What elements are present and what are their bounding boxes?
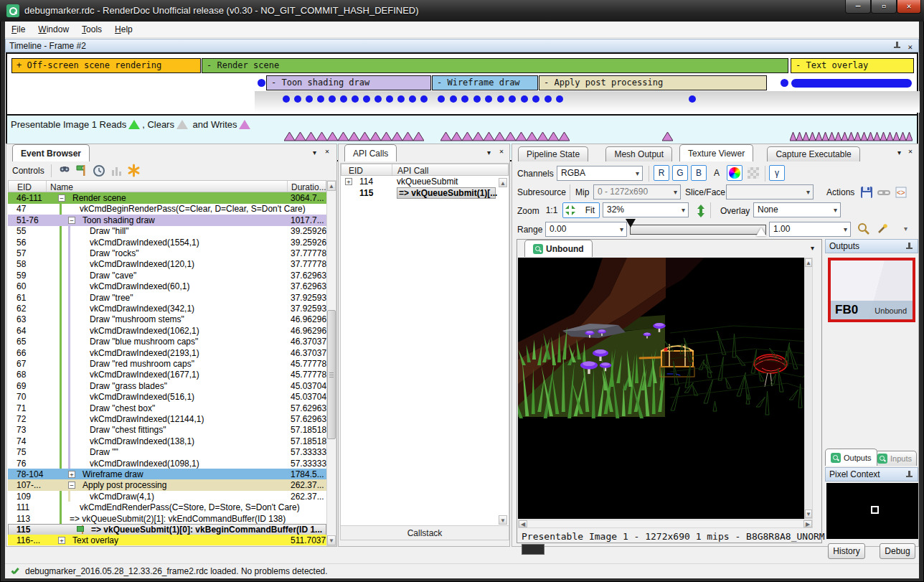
column-api-call[interactable]: API Call (397, 166, 428, 176)
slice-face-combo[interactable] (726, 184, 814, 200)
expand-icon[interactable]: + (345, 178, 352, 185)
flip-y-button[interactable] (693, 202, 709, 218)
event-row-113[interactable]: 113=> vkQueueSubmit(2)[1]: vkEndCommandB… (8, 513, 326, 525)
maximize-button[interactable]: ▫ (871, 0, 897, 14)
event-row-64[interactable]: 64vkCmdDrawIndexed(1062,1)46.96296 (8, 325, 326, 337)
overlay-combo[interactable]: None (753, 202, 841, 217)
zoom-1to1-button[interactable]: 1:1 (542, 202, 561, 218)
event-row-56[interactable]: 56vkCmdDrawIndexed(1554,1)39.25926 (8, 237, 326, 248)
toolbar-overflow-icon[interactable]: ▾ (904, 225, 908, 233)
channel-red-button[interactable]: R (654, 165, 669, 181)
range-black-marker[interactable] (626, 219, 636, 227)
api-call-row-114[interactable]: +114vkQueueSubmit (341, 176, 509, 187)
collapse-icon[interactable]: − (68, 217, 75, 224)
tab-capture-executable[interactable]: Capture Executable (767, 146, 859, 161)
gamma-button[interactable]: γ (769, 165, 785, 181)
scroll-up-icon[interactable]: ▲ (327, 181, 336, 191)
column-name[interactable]: Name (50, 182, 73, 192)
bookmark-flag-icon[interactable] (75, 164, 88, 177)
pin-icon[interactable] (905, 471, 913, 479)
tab-dropdown-icon[interactable]: ▾ (897, 149, 901, 156)
timeline-bar-off-screen-scene-rendering[interactable]: + Off-screen scene rendering (11, 58, 201, 73)
save-texture-button[interactable] (858, 184, 874, 200)
event-row-111[interactable]: 111vkCmdEndRenderPass(C=Store, D=Store, … (8, 502, 326, 513)
collapse-icon[interactable]: − (58, 194, 65, 202)
time-durations-icon[interactable] (93, 164, 105, 177)
tab-close-icon[interactable]: ✕ (908, 147, 913, 155)
event-row-116-...[interactable]: 116-...+Text overlay511.7037 (8, 535, 326, 545)
channel-alpha-button[interactable]: A (710, 165, 724, 181)
event-row-55[interactable]: 55Draw "hill"39.25926 (8, 225, 326, 237)
tab-dropdown-icon[interactable]: ▾ (487, 149, 491, 156)
timeline-bar-text-overlay[interactable]: - Text overlay (791, 58, 914, 73)
timeline-bar-wireframe-draw[interactable]: - Wireframe draw (432, 75, 538, 90)
channel-green-button[interactable]: G (672, 165, 688, 181)
tab-unbound-texture[interactable]: Unbound (524, 240, 593, 257)
scroll-down-icon[interactable]: ▼ (327, 535, 336, 545)
fb0-thumbnail[interactable]: FB0 Unbound (828, 258, 915, 322)
texture-hscrollbar[interactable]: ◀ ▶ (518, 520, 813, 528)
scroll-up-icon[interactable]: ▲ (499, 178, 507, 187)
close-button[interactable]: ✕ (897, 0, 921, 14)
tab-dropdown-icon[interactable]: ▾ (313, 149, 316, 156)
scrollbar-thumb[interactable] (327, 310, 336, 439)
range-slider[interactable] (630, 225, 766, 235)
event-row-46-111[interactable]: 46-111−Render scene3064.7... (8, 192, 326, 204)
zoom-fit-button[interactable]: Fit (562, 202, 600, 218)
range-wand-button[interactable] (874, 220, 890, 236)
tab-inputs[interactable]: Inputs (872, 451, 917, 466)
event-browser-scrollbar[interactable]: ▲ ▼ (326, 180, 336, 546)
event-row-60[interactable]: 60vkCmdDrawIndexed(60,1)37.62963 (8, 281, 326, 292)
collapse-icon[interactable]: − (68, 482, 75, 489)
view-code-button[interactable]: <> (892, 184, 908, 200)
pin-icon[interactable] (905, 243, 913, 251)
event-row-66[interactable]: 66vkCmdDrawIndexed(2193,1)46.37037 (8, 347, 326, 359)
event-row-51-76[interactable]: 51-76−Toon shading draw1017.7... (8, 215, 326, 226)
expand-icon[interactable]: + (58, 537, 65, 544)
timeline-bar-render-scene[interactable]: - Render scene (202, 58, 788, 73)
event-row-70[interactable]: 70vkCmdDrawIndexed(516,1)45.03704 (8, 391, 326, 403)
column-eid[interactable]: EID (349, 166, 363, 176)
api-call-row-115[interactable]: 115=> vkQueueSubmit(1)[... (341, 187, 509, 199)
event-row-115[interactable]: 115=> vkQueueSubmit(1)[0]: vkBeginComman… (8, 524, 326, 535)
event-row-61[interactable]: 61Draw "tree"37.92593 (8, 292, 326, 304)
filter-asterisk-icon[interactable] (127, 164, 141, 177)
texture-tab-dropdown-icon[interactable]: ▾ (811, 244, 814, 252)
pin-icon[interactable] (893, 42, 901, 50)
colorwheel-button[interactable] (727, 165, 742, 181)
event-row-109[interactable]: 109vkCmdDraw(4,1)262.37... (8, 491, 326, 502)
debug-button[interactable]: Debug (880, 543, 915, 559)
menu-window[interactable]: Window (32, 22, 75, 37)
tab-mesh-output[interactable]: Mesh Output (605, 146, 672, 161)
range-max-field[interactable]: 1.00 (769, 222, 851, 237)
event-row-78-104[interactable]: 78-104+Wireframe draw1784.5... (8, 469, 326, 480)
event-row-47[interactable]: 47vkCmdBeginRenderPass(C=Clear, D=Clear,… (8, 203, 326, 215)
column-eid[interactable]: EID (17, 182, 32, 192)
texture-vscrollbar[interactable]: ▲ ▼ (804, 258, 813, 519)
event-row-57[interactable]: 57Draw "rocks"37.77778 (8, 248, 326, 259)
event-row-62[interactable]: 62vkCmdDrawIndexed(342,1)37.92593 (8, 303, 326, 314)
find-icon[interactable] (58, 164, 71, 177)
channel-blue-button[interactable]: B (691, 165, 707, 181)
event-row-68[interactable]: 68vkCmdDrawIndexed(1677,1)45.77778 (8, 369, 326, 380)
column-duration[interactable]: Duratio... (291, 182, 326, 192)
scroll-down-icon[interactable]: ▼ (499, 515, 507, 525)
timeline-bar-apply-post-processing[interactable]: - Apply post processing (539, 75, 767, 90)
tab-api-calls[interactable]: API Calls (344, 144, 397, 161)
minimize-button[interactable]: – (845, 0, 871, 14)
event-row-107-...[interactable]: 107-...−Apply post processing262.37... (8, 479, 326, 491)
event-row-65[interactable]: 65Draw "blue mushroom caps"46.37037 (8, 336, 326, 347)
event-row-76[interactable]: 76vkCmdDrawIndexed(1098,1)57.33333 (8, 458, 326, 469)
history-button[interactable]: History (828, 543, 865, 559)
pixel-context-view[interactable] (826, 483, 918, 539)
tab-pipeline-state[interactable]: Pipeline State (518, 146, 588, 161)
open-link-button[interactable] (875, 184, 891, 200)
menu-file[interactable]: File (5, 22, 32, 37)
tab-close-icon[interactable]: ✕ (499, 147, 504, 155)
event-row-74[interactable]: 74vkCmdDrawIndexed(138,1)57.18518 (8, 436, 326, 447)
zoom-percent-combo[interactable]: 32% (603, 202, 689, 217)
timeline-bar-toon-shading-draw[interactable]: - Toon shading draw (266, 75, 431, 90)
tab-texture-viewer[interactable]: Texture Viewer (679, 144, 753, 161)
event-row-73[interactable]: 73Draw "chest fittings"57.18518 (8, 424, 326, 436)
range-min-field[interactable]: 0.00 (545, 222, 627, 237)
